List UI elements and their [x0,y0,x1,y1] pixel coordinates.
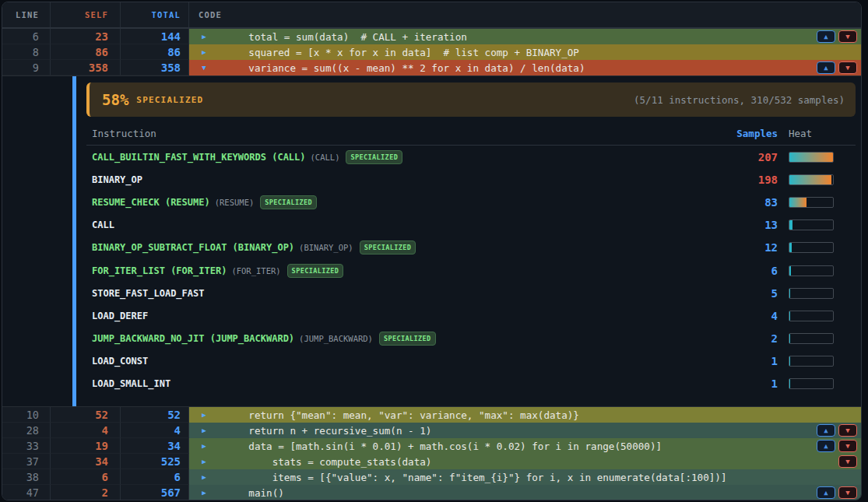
instruction-name: LOAD_SMALL_INT [92,378,170,389]
total-samples: 86 [121,44,189,60]
instruction-samples: 1 [731,377,778,390]
instruction-name-cell: LOAD_SMALL_INT [86,378,731,389]
total-samples: 567 [121,485,189,500]
instruction-base-opcode: (BINARY_OP) [299,243,353,252]
samples-col-header: Samples [731,128,778,139]
jump-down-button[interactable]: ▼ [838,440,857,452]
total-samples: 144 [121,29,189,44]
heat-bar [789,356,834,367]
instruction-name: LOAD_CONST [92,356,148,367]
line-number: 10 [2,407,51,423]
code-cell[interactable]: ▶ main()▲▼ [189,485,861,500]
code-cell[interactable]: ▶ stats = compute_stats(data)▼ [189,454,861,469]
code-cell[interactable]: ▶ return {"mean": mean, "var": variance,… [189,407,861,423]
jump-down-button[interactable]: ▼ [838,486,857,499]
specialization-panel: 58% SPECIALIZED (5/11 instructions, 310/… [2,75,861,407]
instruction-name-cell: LOAD_DEREF [86,311,731,321]
expand-icon[interactable]: ▶ [192,48,216,56]
code-cell[interactable]: ▶ return n + recursive_sum(n - 1)▲▼ [189,423,861,438]
instruction-name: FOR_ITER_LIST (FOR_ITER) [92,265,227,276]
instruction-name-cell: STORE_FAST_LOAD_FAST [86,288,731,299]
row-nav-buttons: ▲▼ [817,424,857,437]
code-cell[interactable]: ▼ variance = sum((x - mean) ** 2 for x i… [189,60,861,75]
heat-cell [778,242,856,253]
specialized-badge: SPECIALIZED [346,150,402,164]
self-samples: 2 [51,485,121,500]
row-nav-buttons: ▲▼ [817,440,857,452]
instruction-row: STORE_FAST_LOAD_FAST5 [86,282,856,304]
self-samples: 6 [51,469,121,485]
code-row: 3866▶ items = [{"value": x, "name": f"it… [2,469,861,485]
self-samples: 4 [51,423,121,438]
heat-bar [789,219,834,230]
expand-icon[interactable]: ▶ [192,442,216,450]
expand-icon[interactable]: ▶ [192,489,216,497]
heat-bar [789,265,834,276]
heat-bar [789,378,834,389]
instruction-row: JUMP_BACKWARD_NO_JIT (JUMP_BACKWARD)(JUM… [86,328,856,350]
instruction-table: Instruction Samples Heat CALL_BUILTIN_FA… [86,121,856,395]
specialization-banner: 58% SPECIALIZED (5/11 instructions, 310/… [86,82,856,117]
self-samples: 19 [51,438,121,454]
jump-down-button[interactable]: ▼ [838,30,857,43]
instruction-name-cell: JUMP_BACKWARD_NO_JIT (JUMP_BACKWARD)(JUM… [86,332,731,346]
jump-down-button[interactable]: ▼ [838,424,857,437]
jump-up-button[interactable]: ▲ [817,30,835,43]
instruction-name-cell: BINARY_OP [86,174,731,185]
specialized-label: SPECIALIZED [136,95,203,105]
code-cell[interactable]: ▶ total = sum(data) # CALL + iteration▲▼ [189,29,861,44]
collapse-icon[interactable]: ▼ [192,64,216,72]
heat-cell [778,174,856,185]
line-number: 33 [2,438,51,454]
code-row: 472567▶ main()▲▼ [2,485,861,500]
code-text: main() [225,487,284,499]
instruction-name-cell: BINARY_OP_SUBTRACT_FLOAT (BINARY_OP)(BIN… [86,240,731,255]
heat-bar-fill [789,243,792,252]
expand-icon[interactable]: ▶ [192,473,216,481]
code-row: 331934▶ data = [math.sin(i * 0.01) + mat… [2,438,861,454]
total-samples: 6 [121,469,189,485]
instruction-name: JUMP_BACKWARD_NO_JIT (JUMP_BACKWARD) [92,333,294,344]
instruction-samples: 83 [731,196,778,209]
expand-icon[interactable]: ▶ [192,33,216,40]
jump-up-button[interactable]: ▲ [817,61,835,74]
heat-cell [778,265,856,276]
col-header-code: CODE [189,2,861,27]
heat-bar-fill [789,311,790,321]
code-cell[interactable]: ▶ squared = [x * x for x in data] # list… [189,44,861,60]
code-text: squared = [x * x for x in data] # list c… [225,47,579,58]
heat-cell [778,333,856,344]
heat-cell [778,378,856,389]
jump-up-button[interactable]: ▲ [817,486,835,499]
specialized-percent: 58% [102,91,128,108]
total-samples: 525 [121,454,189,469]
line-number: 8 [2,44,51,60]
instruction-samples: 6 [731,265,778,277]
expand-icon[interactable]: ▶ [192,427,216,434]
jump-up-button[interactable]: ▲ [817,440,835,452]
self-samples: 358 [51,60,121,75]
code-cell[interactable]: ▶ items = [{"value": x, "name": f"item_{… [189,469,861,485]
expand-icon[interactable]: ▶ [192,411,216,419]
instruction-samples: 207 [731,151,778,163]
jump-down-button[interactable]: ▼ [838,61,857,74]
heat-bar-fill [789,379,790,388]
jump-down-button[interactable]: ▼ [838,455,857,468]
heat-bar-fill [789,153,833,162]
jump-up-button[interactable]: ▲ [817,424,835,437]
banner-note: (5/11 instructions, 310/532 samples) [634,94,845,106]
heat-cell [778,288,856,299]
code-row: 105252▶ return {"mean": mean, "var": var… [2,407,861,423]
total-samples: 34 [121,438,189,454]
code-cell[interactable]: ▶ data = [math.sin(i * 0.01) + math.cos(… [189,438,861,454]
heat-col-header: Heat [778,128,856,139]
specialized-badge: SPECIALIZED [287,264,344,278]
self-samples: 23 [51,29,121,44]
instruction-samples: 5 [731,287,778,300]
self-samples: 52 [51,407,121,423]
instruction-name-cell: RESUME_CHECK (RESUME)(RESUME)SPECIALIZED [86,195,731,209]
heat-bar [789,197,834,208]
instruction-samples: 12 [731,241,778,254]
expand-icon[interactable]: ▶ [192,458,216,465]
line-number: 38 [2,469,51,485]
